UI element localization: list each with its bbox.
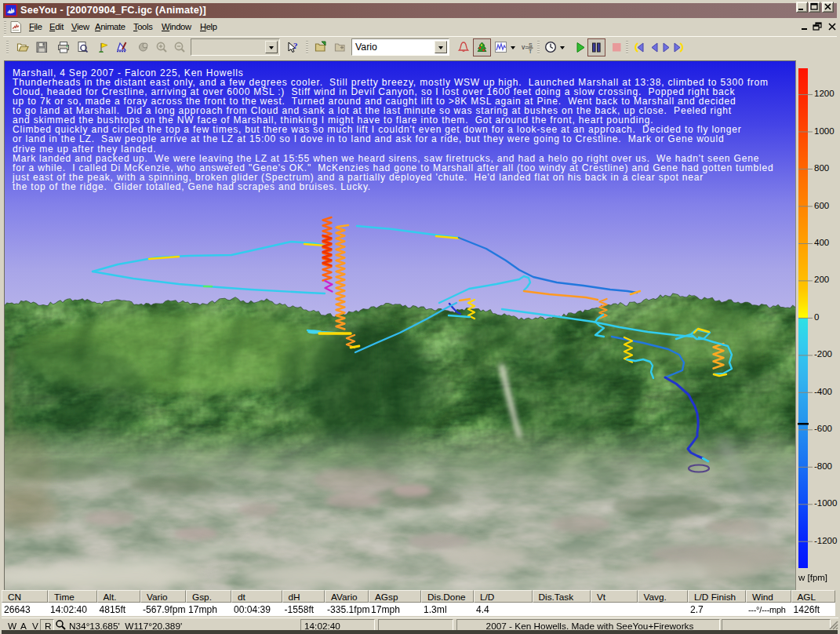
svg-text:S: S bbox=[529, 42, 533, 48]
svg-text:T: T bbox=[529, 49, 533, 54]
svg-text:?: ? bbox=[293, 41, 298, 50]
svg-text:v=: v= bbox=[522, 43, 529, 51]
